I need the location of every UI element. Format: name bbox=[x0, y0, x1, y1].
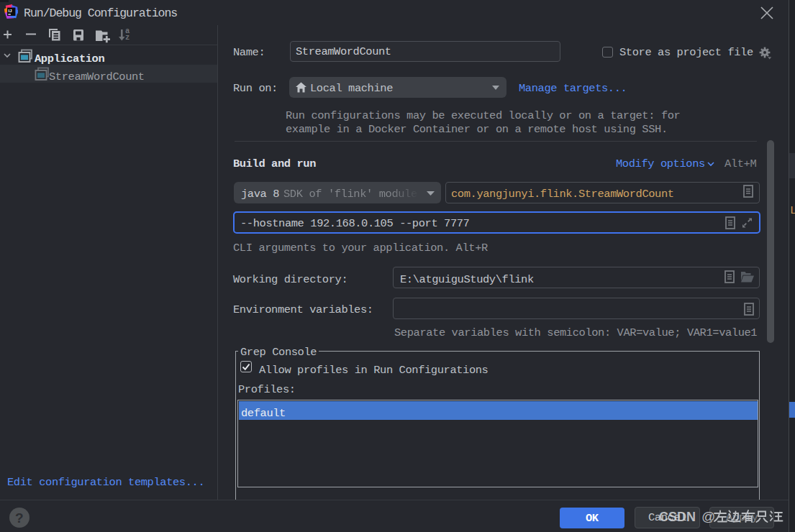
svg-text:IJ: IJ bbox=[9, 9, 12, 13]
svg-text:z: z bbox=[125, 33, 130, 42]
